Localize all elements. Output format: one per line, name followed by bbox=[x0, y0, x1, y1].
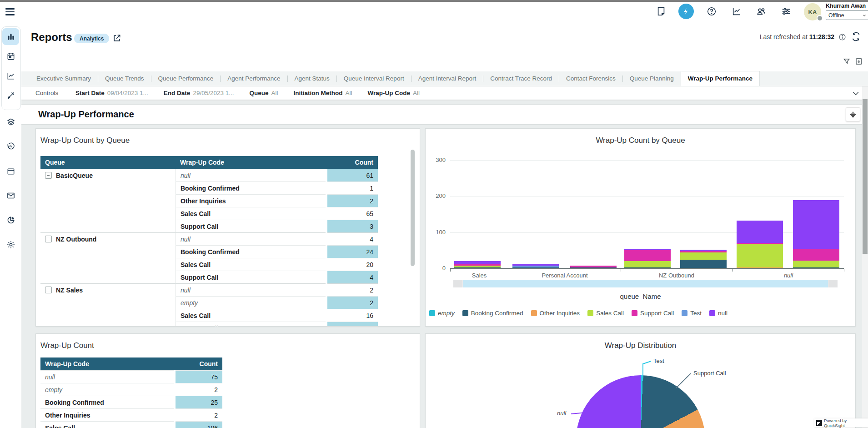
table-row[interactable]: Other Inquiries 2 bbox=[40, 194, 378, 207]
legend-item-sales-call[interactable]: Sales Call bbox=[587, 310, 624, 317]
legend-item-null[interactable]: null bbox=[709, 310, 728, 317]
bar-segment-support-call[interactable] bbox=[793, 249, 839, 260]
table-row[interactable]: Sales Call 106 bbox=[40, 421, 222, 428]
table-row[interactable]: empty 2 bbox=[40, 296, 378, 309]
brush-right-cap[interactable] bbox=[828, 280, 838, 287]
queue-cell bbox=[40, 322, 176, 327]
code-cell: null bbox=[176, 169, 326, 181]
nav-pie-chart-icon[interactable] bbox=[2, 211, 19, 228]
stacked-bar-5[interactable] bbox=[680, 250, 727, 268]
tab-queue-performance[interactable]: Queue Performance bbox=[151, 71, 221, 86]
stacked-bar-7[interactable] bbox=[793, 200, 839, 268]
stacked-bar-4[interactable] bbox=[624, 249, 671, 268]
tab-queue-interval-report[interactable]: Queue Interval Report bbox=[337, 71, 411, 86]
chart-scroll-brush[interactable] bbox=[453, 280, 838, 287]
collapse-group-icon[interactable] bbox=[45, 287, 52, 293]
table-row[interactable]: NZ Sales null 2 bbox=[40, 283, 378, 296]
table-row[interactable]: Support Call bbox=[40, 322, 378, 327]
analytics-lightning-icon[interactable] bbox=[678, 4, 694, 19]
nav-history-icon[interactable] bbox=[2, 138, 19, 155]
hamburger-menu-icon[interactable] bbox=[5, 8, 15, 15]
legend-item-other-inquiries[interactable]: Other Inquiries bbox=[531, 310, 580, 317]
spinner-down-icon[interactable] bbox=[851, 115, 855, 118]
tab-agent-status[interactable]: Agent Status bbox=[288, 71, 336, 86]
table-row[interactable]: Booking Confirmed 1 bbox=[40, 181, 378, 194]
table-row[interactable]: Booking Confirmed 25 bbox=[40, 396, 222, 408]
control-wrap-up-code[interactable]: Wrap-Up CodeAll bbox=[367, 90, 420, 96]
tab-queue-planning[interactable]: Queue Planning bbox=[623, 71, 681, 86]
table-row[interactable]: empty 2 bbox=[40, 383, 222, 396]
brush-left-cap[interactable] bbox=[453, 280, 462, 287]
tab-executive-summary[interactable]: Executive Summary bbox=[30, 71, 98, 86]
bar-segment-sales-call[interactable] bbox=[624, 261, 671, 267]
scroll-spinner-widget[interactable] bbox=[846, 107, 860, 121]
legend-item-empty[interactable]: empty bbox=[429, 310, 455, 317]
status-select[interactable]: Offline bbox=[826, 10, 868, 20]
nav-design-brush-icon[interactable] bbox=[2, 87, 19, 104]
nav-mail-icon[interactable] bbox=[2, 187, 19, 204]
table-row[interactable]: Other Inquiries 2 bbox=[40, 408, 222, 421]
tab-agent-performance[interactable]: Agent Performance bbox=[221, 71, 287, 86]
status-dot bbox=[817, 15, 823, 21]
export-icon[interactable] bbox=[855, 57, 863, 65]
pie-leader-lines bbox=[426, 334, 856, 428]
table-row[interactable]: Support Call 4 bbox=[40, 271, 378, 283]
bar-segment-null[interactable] bbox=[737, 221, 783, 242]
table-row[interactable]: null 75 bbox=[40, 370, 222, 383]
table-row[interactable]: Sales Call 20 bbox=[40, 258, 378, 271]
bar-segment-booking-confirmed[interactable] bbox=[680, 260, 727, 268]
control-queue[interactable]: QueueAll bbox=[249, 90, 278, 96]
page-scrollbar-thumb[interactable] bbox=[863, 99, 868, 254]
table-scrollbar[interactable] bbox=[411, 150, 415, 266]
nav-window-icon[interactable] bbox=[2, 163, 19, 180]
control-start-date[interactable]: Start Date09/04/2023 1... bbox=[75, 90, 148, 96]
refresh-icon[interactable] bbox=[851, 32, 861, 41]
bar-segment-sales-call[interactable] bbox=[737, 244, 783, 267]
control-end-date[interactable]: End Date29/05/2023 1... bbox=[164, 90, 234, 96]
tab-agent-interval-report[interactable]: Agent Interval Report bbox=[411, 71, 483, 86]
help-icon[interactable] bbox=[707, 6, 717, 16]
table-row[interactable]: Sales Call 65 bbox=[40, 207, 378, 220]
table-row[interactable]: Sales Call 16 bbox=[40, 309, 378, 322]
agents-icon[interactable] bbox=[756, 6, 766, 16]
nav-gear-icon[interactable] bbox=[2, 236, 19, 253]
queue-cell: NZ Sales bbox=[40, 283, 176, 296]
bar-segment-support-call[interactable] bbox=[624, 250, 671, 261]
stacked-bar-6[interactable] bbox=[737, 221, 783, 268]
brush-fill[interactable] bbox=[463, 280, 828, 287]
chevron-down-icon bbox=[862, 13, 867, 18]
notes-icon[interactable] bbox=[656, 6, 666, 16]
table-header-row: Queue Wrap-Up Code Count bbox=[40, 156, 378, 169]
tab-contact-forensics[interactable]: Contact Forensics bbox=[559, 71, 622, 86]
bar-segment-null[interactable] bbox=[454, 261, 501, 264]
info-icon[interactable] bbox=[838, 33, 846, 41]
table-row[interactable]: Support Call 3 bbox=[40, 220, 378, 232]
filter-icon[interactable] bbox=[843, 57, 851, 65]
legend-item-test[interactable]: Test bbox=[682, 310, 702, 317]
code-cell: Support Call bbox=[176, 220, 326, 232]
open-in-new-icon[interactable] bbox=[112, 34, 121, 43]
stacked-bar-1[interactable] bbox=[454, 261, 501, 268]
bar-segment-sales-call[interactable] bbox=[680, 252, 727, 260]
controls-expand-chevron-icon[interactable] bbox=[851, 89, 860, 98]
table-row[interactable]: Booking Confirmed 24 bbox=[40, 245, 378, 258]
table-row[interactable]: BasicQueue null 61 bbox=[40, 169, 378, 181]
tab-queue-trends[interactable]: Queue Trends bbox=[98, 71, 151, 86]
settings-sliders-icon[interactable] bbox=[781, 6, 791, 16]
nav-bar-chart-icon[interactable] bbox=[2, 28, 19, 45]
collapse-group-icon[interactable] bbox=[45, 172, 52, 179]
legend-item-booking-confirmed[interactable]: Booking Confirmed bbox=[462, 310, 523, 317]
control-initiation-method[interactable]: Initiation MethodAll bbox=[293, 90, 352, 96]
tab-contract-trace-record[interactable]: Contract Trace Record bbox=[483, 71, 559, 86]
legend-item-support-call[interactable]: Support Call bbox=[632, 310, 674, 317]
table-row[interactable]: NZ Outbound null 4 bbox=[40, 232, 378, 245]
queue-cell bbox=[40, 258, 176, 271]
tab-wrap-up-performance[interactable]: Wrap-Up Performance bbox=[681, 71, 759, 86]
bar-segment-sales-call[interactable] bbox=[793, 261, 839, 268]
bar-segment-null[interactable] bbox=[793, 200, 839, 249]
nav-layers-icon[interactable] bbox=[2, 113, 19, 130]
nav-calendar-icon[interactable] bbox=[2, 48, 19, 65]
metrics-icon[interactable] bbox=[732, 6, 742, 16]
nav-line-chart-icon[interactable] bbox=[2, 67, 19, 84]
collapse-group-icon[interactable] bbox=[45, 236, 52, 242]
